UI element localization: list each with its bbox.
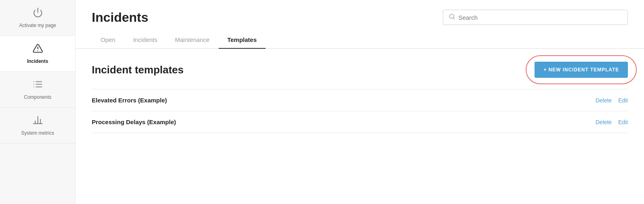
search-box [443, 10, 628, 25]
sidebar-item-metrics[interactable]: System metrics [0, 108, 75, 144]
table-row: Elevated Errors (Example) Delete Edit [92, 90, 628, 111]
sidebar-item-metrics-label: System metrics [21, 130, 54, 136]
chart-icon [33, 115, 43, 128]
sidebar-item-incidents-label: Incidents [27, 58, 48, 64]
template-name-2: Processing Delays (Example) [92, 119, 176, 125]
sidebar-item-activate[interactable]: Activate my page [0, 0, 75, 36]
power-icon [33, 7, 43, 20]
new-incident-button[interactable]: + NEW INCIDENT TEMPLATE [535, 62, 628, 78]
section-title: Incident templates [92, 64, 184, 76]
sidebar-item-incidents[interactable]: Incidents [0, 36, 75, 72]
delete-button-2[interactable]: Delete [595, 119, 611, 125]
warning-icon [33, 43, 43, 56]
sidebar-item-activate-label: Activate my page [19, 23, 56, 28]
list-icon [33, 79, 43, 92]
tabs: Open Incidents Maintenance Templates [76, 25, 644, 49]
sidebar-item-components-label: Components [24, 94, 51, 100]
delete-button-1[interactable]: Delete [595, 97, 611, 104]
template-list: Elevated Errors (Example) Delete Edit Pr… [92, 89, 628, 133]
template-actions-1: Delete Edit [595, 97, 628, 104]
tab-open[interactable]: Open [92, 32, 124, 49]
table-row: Processing Delays (Example) Delete Edit [92, 111, 628, 133]
sidebar-item-components[interactable]: Components [0, 72, 75, 108]
new-incident-button-wrap: + NEW INCIDENT TEMPLATE [535, 62, 628, 78]
content-area: Incident templates + NEW INCIDENT TEMPLA… [76, 49, 644, 204]
edit-button-2[interactable]: Edit [618, 119, 628, 125]
tab-maintenance[interactable]: Maintenance [166, 32, 219, 49]
section-header: Incident templates + NEW INCIDENT TEMPLA… [92, 62, 628, 78]
page-title: Incidents [92, 10, 148, 25]
template-name-1: Elevated Errors (Example) [92, 97, 167, 104]
tab-templates[interactable]: Templates [219, 32, 266, 49]
sidebar: Activate my page Incidents Components [0, 0, 76, 204]
edit-button-1[interactable]: Edit [618, 97, 628, 104]
search-icon [449, 13, 455, 21]
template-actions-2: Delete Edit [595, 119, 628, 125]
tab-incidents[interactable]: Incidents [124, 32, 166, 49]
search-input[interactable] [458, 14, 622, 21]
header: Incidents [76, 0, 644, 25]
main-content: Incidents Open Incidents Maintenance Tem… [76, 0, 644, 204]
svg-line-13 [453, 18, 454, 19]
